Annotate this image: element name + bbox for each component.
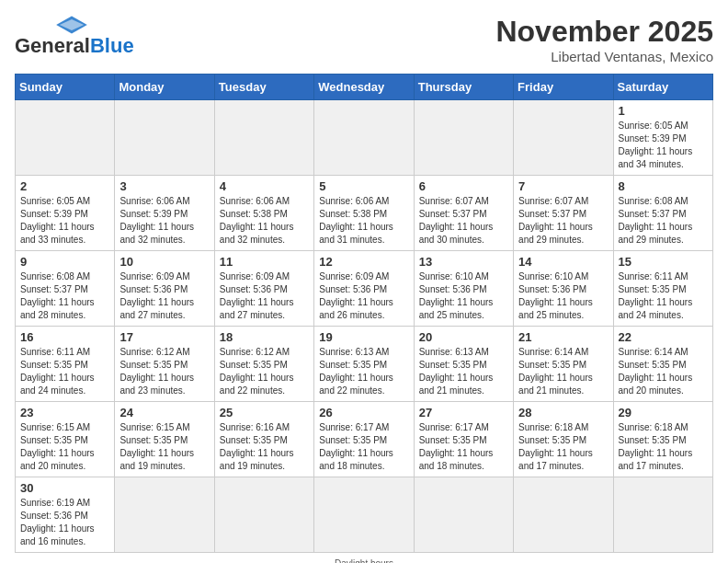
day-number: 26 bbox=[319, 406, 408, 419]
weekday-header-thursday: Thursday bbox=[414, 75, 513, 100]
calendar-table: SundayMondayTuesdayWednesdayThursdayFrid… bbox=[15, 74, 713, 553]
calendar-cell: 28Sunrise: 6:18 AM Sunset: 5:35 PM Dayli… bbox=[514, 402, 613, 477]
day-number: 2 bbox=[20, 179, 109, 193]
day-info: Sunrise: 6:08 AM Sunset: 5:37 PM Dayligh… bbox=[20, 270, 109, 322]
calendar-cell: 8Sunrise: 6:08 AM Sunset: 5:37 PM Daylig… bbox=[613, 176, 712, 251]
day-number: 9 bbox=[20, 255, 109, 269]
day-number: 30 bbox=[20, 481, 109, 495]
calendar-cell bbox=[214, 477, 313, 553]
day-info: Sunrise: 6:06 AM Sunset: 5:39 PM Dayligh… bbox=[119, 195, 209, 247]
day-info: Sunrise: 6:06 AM Sunset: 5:38 PM Dayligh… bbox=[319, 195, 408, 247]
day-number: 16 bbox=[20, 330, 109, 344]
calendar-cell: 27Sunrise: 6:17 AM Sunset: 5:35 PM Dayli… bbox=[414, 402, 513, 477]
day-info: Sunrise: 6:18 AM Sunset: 5:35 PM Dayligh… bbox=[619, 421, 708, 473]
day-info: Sunrise: 6:10 AM Sunset: 5:36 PM Dayligh… bbox=[419, 270, 508, 322]
calendar-cell bbox=[514, 100, 613, 176]
day-number: 29 bbox=[619, 406, 708, 419]
day-info: Sunrise: 6:12 AM Sunset: 5:35 PM Dayligh… bbox=[220, 346, 309, 397]
day-number: 21 bbox=[518, 330, 608, 344]
logo-text: GeneralBlue bbox=[15, 35, 134, 57]
weekday-header-monday: Monday bbox=[115, 75, 214, 100]
calendar-cell: 13Sunrise: 6:10 AM Sunset: 5:36 PM Dayli… bbox=[414, 251, 513, 327]
day-number: 20 bbox=[419, 330, 508, 344]
calendar-cell: 5Sunrise: 6:06 AM Sunset: 5:38 PM Daylig… bbox=[314, 176, 414, 251]
day-number: 19 bbox=[319, 330, 408, 344]
day-info: Sunrise: 6:11 AM Sunset: 5:35 PM Dayligh… bbox=[20, 346, 109, 397]
day-info: Sunrise: 6:13 AM Sunset: 5:35 PM Dayligh… bbox=[419, 346, 508, 397]
footer-note: Daylight hours bbox=[15, 558, 713, 563]
title-area: November 2025 Libertad Ventanas, Mexico bbox=[495, 15, 713, 64]
day-number: 24 bbox=[119, 406, 209, 419]
calendar-cell: 1Sunrise: 6:05 AM Sunset: 5:39 PM Daylig… bbox=[613, 100, 712, 176]
weekday-header-saturday: Saturday bbox=[613, 75, 712, 100]
calendar-cell bbox=[16, 100, 115, 176]
calendar-cell: 7Sunrise: 6:07 AM Sunset: 5:37 PM Daylig… bbox=[514, 176, 613, 251]
calendar-cell: 22Sunrise: 6:14 AM Sunset: 5:35 PM Dayli… bbox=[613, 327, 712, 402]
calendar-week-row: 16Sunrise: 6:11 AM Sunset: 5:35 PM Dayli… bbox=[16, 327, 713, 402]
calendar-week-row: 9Sunrise: 6:08 AM Sunset: 5:37 PM Daylig… bbox=[16, 251, 713, 327]
calendar-cell: 17Sunrise: 6:12 AM Sunset: 5:35 PM Dayli… bbox=[115, 327, 214, 402]
calendar-cell: 26Sunrise: 6:17 AM Sunset: 5:35 PM Dayli… bbox=[314, 402, 414, 477]
day-number: 10 bbox=[119, 255, 209, 269]
calendar-week-row: 23Sunrise: 6:15 AM Sunset: 5:35 PM Dayli… bbox=[16, 402, 713, 477]
calendar-cell: 3Sunrise: 6:06 AM Sunset: 5:39 PM Daylig… bbox=[115, 176, 214, 251]
calendar-week-row: 2Sunrise: 6:05 AM Sunset: 5:39 PM Daylig… bbox=[16, 176, 713, 251]
day-number: 1 bbox=[619, 104, 708, 118]
day-info: Sunrise: 6:16 AM Sunset: 5:35 PM Dayligh… bbox=[220, 421, 309, 473]
calendar-cell bbox=[414, 477, 513, 553]
day-info: Sunrise: 6:09 AM Sunset: 5:36 PM Dayligh… bbox=[119, 270, 209, 322]
day-number: 6 bbox=[419, 179, 508, 193]
calendar-cell: 25Sunrise: 6:16 AM Sunset: 5:35 PM Dayli… bbox=[214, 402, 313, 477]
day-info: Sunrise: 6:12 AM Sunset: 5:35 PM Dayligh… bbox=[119, 346, 209, 397]
day-number: 13 bbox=[419, 255, 508, 269]
calendar-cell bbox=[414, 100, 513, 176]
day-info: Sunrise: 6:11 AM Sunset: 5:35 PM Dayligh… bbox=[619, 270, 708, 322]
day-info: Sunrise: 6:09 AM Sunset: 5:36 PM Dayligh… bbox=[220, 270, 309, 322]
day-number: 14 bbox=[518, 255, 608, 269]
location-subtitle: Libertad Ventanas, Mexico bbox=[495, 49, 713, 64]
calendar-cell: 15Sunrise: 6:11 AM Sunset: 5:35 PM Dayli… bbox=[613, 251, 712, 327]
calendar-cell bbox=[314, 477, 414, 553]
calendar-cell bbox=[115, 477, 214, 553]
day-number: 22 bbox=[619, 330, 708, 344]
day-number: 8 bbox=[619, 179, 708, 193]
calendar-cell: 6Sunrise: 6:07 AM Sunset: 5:37 PM Daylig… bbox=[414, 176, 513, 251]
weekday-header-row: SundayMondayTuesdayWednesdayThursdayFrid… bbox=[16, 75, 713, 100]
day-number: 27 bbox=[419, 406, 508, 419]
month-title: November 2025 bbox=[495, 15, 713, 49]
weekday-header-friday: Friday bbox=[514, 75, 613, 100]
calendar-week-row: 1Sunrise: 6:05 AM Sunset: 5:39 PM Daylig… bbox=[16, 100, 713, 176]
day-info: Sunrise: 6:14 AM Sunset: 5:35 PM Dayligh… bbox=[619, 346, 708, 397]
day-info: Sunrise: 6:18 AM Sunset: 5:35 PM Dayligh… bbox=[518, 421, 608, 473]
day-info: Sunrise: 6:14 AM Sunset: 5:35 PM Dayligh… bbox=[518, 346, 608, 397]
day-info: Sunrise: 6:07 AM Sunset: 5:37 PM Dayligh… bbox=[419, 195, 508, 247]
calendar-cell bbox=[314, 100, 414, 176]
calendar-cell: 18Sunrise: 6:12 AM Sunset: 5:35 PM Dayli… bbox=[214, 327, 313, 402]
calendar-cell: 16Sunrise: 6:11 AM Sunset: 5:35 PM Dayli… bbox=[16, 327, 115, 402]
day-info: Sunrise: 6:15 AM Sunset: 5:35 PM Dayligh… bbox=[119, 421, 209, 473]
day-info: Sunrise: 6:15 AM Sunset: 5:35 PM Dayligh… bbox=[20, 421, 109, 473]
calendar-cell: 14Sunrise: 6:10 AM Sunset: 5:36 PM Dayli… bbox=[514, 251, 613, 327]
day-info: Sunrise: 6:13 AM Sunset: 5:35 PM Dayligh… bbox=[319, 346, 408, 397]
day-info: Sunrise: 6:06 AM Sunset: 5:38 PM Dayligh… bbox=[220, 195, 309, 247]
calendar-cell bbox=[613, 477, 712, 553]
calendar-cell: 30Sunrise: 6:19 AM Sunset: 5:36 PM Dayli… bbox=[16, 477, 115, 553]
calendar-cell: 21Sunrise: 6:14 AM Sunset: 5:35 PM Dayli… bbox=[514, 327, 613, 402]
logo: GeneralBlue bbox=[15, 15, 134, 57]
day-number: 3 bbox=[119, 179, 209, 193]
day-info: Sunrise: 6:05 AM Sunset: 5:39 PM Dayligh… bbox=[619, 120, 708, 171]
calendar-cell: 19Sunrise: 6:13 AM Sunset: 5:35 PM Dayli… bbox=[314, 327, 414, 402]
calendar-cell: 20Sunrise: 6:13 AM Sunset: 5:35 PM Dayli… bbox=[414, 327, 513, 402]
day-info: Sunrise: 6:07 AM Sunset: 5:37 PM Dayligh… bbox=[518, 195, 608, 247]
calendar-cell: 23Sunrise: 6:15 AM Sunset: 5:35 PM Dayli… bbox=[16, 402, 115, 477]
day-info: Sunrise: 6:10 AM Sunset: 5:36 PM Dayligh… bbox=[518, 270, 608, 322]
day-number: 23 bbox=[20, 406, 109, 419]
day-info: Sunrise: 6:17 AM Sunset: 5:35 PM Dayligh… bbox=[419, 421, 508, 473]
day-number: 15 bbox=[619, 255, 708, 269]
day-number: 18 bbox=[220, 330, 309, 344]
calendar-cell bbox=[214, 100, 313, 176]
day-number: 17 bbox=[119, 330, 209, 344]
calendar-cell bbox=[514, 477, 613, 553]
weekday-header-sunday: Sunday bbox=[16, 75, 115, 100]
calendar-cell: 12Sunrise: 6:09 AM Sunset: 5:36 PM Dayli… bbox=[314, 251, 414, 327]
